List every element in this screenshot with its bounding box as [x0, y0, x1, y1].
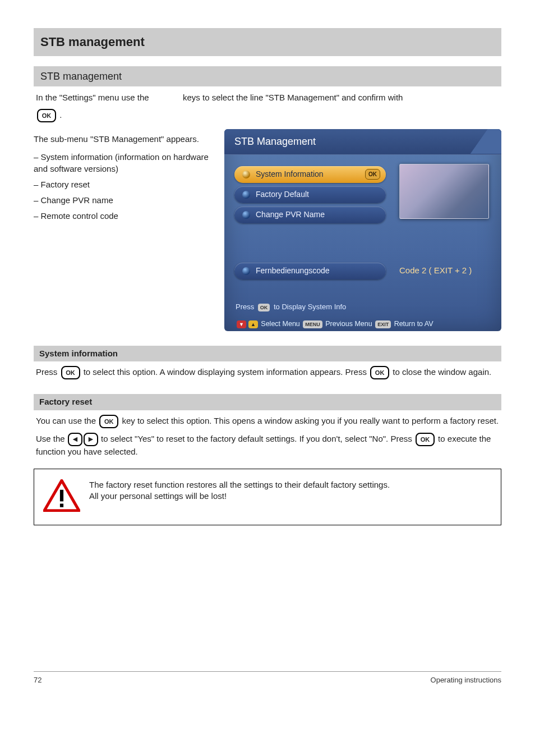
- warning-text: The factory reset function restores all …: [89, 479, 390, 502]
- bullet-icon: [242, 171, 250, 178]
- osd-item-label: Change PVR Name: [256, 209, 325, 220]
- sysinfo-c: to close the window again.: [393, 367, 491, 377]
- ok-icon: OK: [370, 366, 389, 379]
- factory-1b: key to select this option. This opens a …: [122, 416, 499, 425]
- right-arrow-icon: ►: [84, 433, 98, 446]
- osd-footer: ▼▲ Select Menu MENU Previous Menu EXIT R…: [234, 319, 491, 329]
- factory-2b: to select "Yes" to reset to the factory …: [101, 434, 414, 443]
- osd-item-label: Factory Default: [256, 189, 309, 200]
- osd-item-system-information[interactable]: System Information OK: [234, 166, 386, 183]
- osd-title: STB Management: [224, 129, 501, 154]
- sysinfo-paragraph: Press OK to select this option. A window…: [34, 366, 501, 379]
- ok-icon: OK: [37, 109, 56, 122]
- bullet-icon: [242, 267, 250, 275]
- factory-paragraph-1: You can use the OK key to select this op…: [34, 415, 501, 428]
- bullet-pvrname: Change PVR name: [34, 195, 213, 206]
- bullet-sysinfo: System information (information on hardw…: [34, 152, 213, 175]
- menu-key-icon: MENU: [303, 320, 322, 328]
- left-arrow-icon: ◄: [68, 433, 82, 446]
- section-title: STB management: [34, 66, 501, 86]
- svg-rect-1: [60, 490, 63, 502]
- bullet-icon: [242, 211, 250, 219]
- bullet-icon: [242, 191, 250, 199]
- ok-icon: OK: [99, 415, 118, 428]
- intro-paragraph: In the "Settings" menu use the keys to s…: [34, 92, 501, 103]
- exit-key-icon: EXIT: [375, 320, 391, 328]
- bullet-rc: Remote control code: [34, 210, 213, 222]
- page-footer: 72 Operating instructions: [34, 671, 501, 685]
- osd-footer-prev: Previous Menu: [325, 320, 372, 328]
- warning-box: The factory reset function restores all …: [34, 469, 501, 525]
- page-title: STB management: [34, 28, 501, 56]
- sysinfo-a: Press: [36, 367, 60, 377]
- down-icon: ▼: [237, 320, 246, 328]
- warning-triangle-icon: [43, 479, 80, 515]
- osd-hint: Press OK to Display System Info: [236, 302, 491, 312]
- page-number: 72: [34, 675, 41, 685]
- bullet-factory: Factory reset: [34, 179, 213, 190]
- osd-footer-select: Select Menu: [261, 320, 299, 328]
- osd-screenshot: STB Management System Information OK Fac…: [224, 129, 501, 331]
- submenu-bullets: System information (information on hardw…: [34, 152, 213, 222]
- factory-2a: Use the: [36, 434, 67, 443]
- osd-item-change-pvr-name[interactable]: Change PVR Name: [234, 207, 386, 223]
- osd-item-label: Fernbedienungscode: [256, 265, 330, 276]
- intro-dot: .: [59, 110, 62, 120]
- svg-rect-2: [60, 503, 63, 507]
- ok-icon: OK: [258, 304, 270, 311]
- ok-icon: OK: [365, 169, 380, 180]
- osd-hint-b: to Display System Info: [274, 303, 346, 311]
- section-system-information: System information: [34, 346, 501, 361]
- sysinfo-b: to select this option. A window displayi…: [84, 367, 369, 377]
- osd-preview-thumbnail: [399, 164, 489, 219]
- osd-item-factory-default[interactable]: Factory Default: [234, 186, 386, 203]
- intro-text-b: keys to select the line "STB Management"…: [183, 93, 403, 102]
- osd-hint-a: Press: [236, 303, 254, 311]
- footer-label: Operating instructions: [431, 675, 501, 685]
- ok-icon: OK: [61, 366, 80, 379]
- warning-line-1: The factory reset function restores all …: [89, 479, 390, 491]
- intro-text-a: In the "Settings" menu use the: [36, 93, 151, 102]
- factory-1a: You can use the: [36, 416, 98, 425]
- osd-rc-value: Code 2 ( EXIT + 2 ): [399, 265, 472, 276]
- osd-item-remote-code[interactable]: Fernbedienungscode: [234, 263, 386, 280]
- warning-line-2: All your personal settings will be lost!: [89, 491, 390, 502]
- up-icon: ▲: [248, 320, 258, 328]
- intro-paragraph-2: OK .: [34, 109, 501, 122]
- osd-title-text: STB Management: [234, 136, 316, 147]
- osd-footer-return: Return to AV: [394, 320, 433, 328]
- sublist-intro: The sub-menu "STB Management" appears.: [34, 134, 213, 145]
- section-factory-reset: Factory reset: [34, 394, 501, 410]
- osd-item-label: System Information: [256, 169, 324, 180]
- ok-icon: OK: [416, 433, 435, 446]
- factory-paragraph-2: Use the ◄► to select "Yes" to reset to t…: [34, 433, 501, 457]
